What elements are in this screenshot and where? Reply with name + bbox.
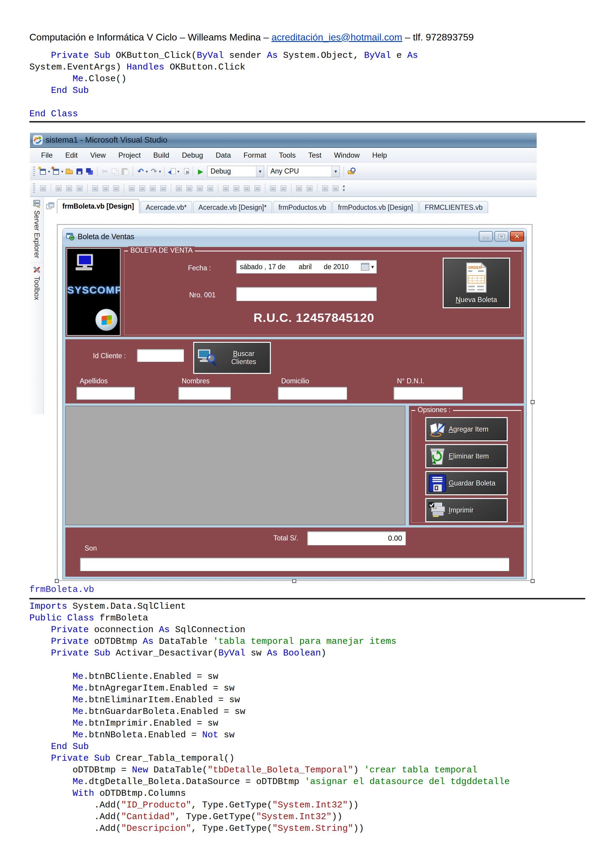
imprimir-button[interactable]: Imprimir — [426, 499, 507, 521]
resize-handle-bottom-left[interactable] — [55, 579, 59, 583]
add-item-icon[interactable]: ▾ — [51, 167, 64, 176]
open-file-icon[interactable] — [64, 167, 74, 176]
tab-frmpoductos-vb-design-[interactable]: frmPoductos.vb [Design] — [332, 201, 419, 213]
layout-tool-icon[interactable] — [321, 184, 330, 192]
vs-titlebar: sistema1 - Microsoft Visual Studio — [30, 133, 536, 148]
detalle-datagrid[interactable] — [65, 406, 405, 525]
menu-view[interactable]: View — [84, 149, 112, 161]
start-debug-icon[interactable] — [195, 167, 206, 176]
layout-tool-icon[interactable] — [54, 184, 63, 192]
new-project-icon[interactable]: ▾ — [38, 167, 51, 176]
layout-tool-icon[interactable] — [112, 184, 121, 192]
guardar-boleta-button[interactable]: Guardar Boleta — [426, 472, 507, 494]
resize-handle-right[interactable] — [531, 400, 535, 404]
menu-build[interactable]: Build — [147, 149, 175, 161]
code-line: Public Class frmBoleta — [29, 612, 510, 624]
layout-tool-icon[interactable] — [221, 184, 231, 192]
menu-format[interactable]: Format — [237, 149, 273, 161]
navigate-forward-icon[interactable] — [180, 167, 191, 176]
toolbar-separator — [87, 183, 88, 193]
menu-help[interactable]: Help — [366, 149, 393, 161]
menu-edit[interactable]: Edit — [59, 149, 84, 161]
form-designer-surface[interactable]: Boleta de Ventas ✕ — [44, 213, 536, 584]
save-all-icon[interactable] — [85, 167, 95, 176]
layout-tool-icon[interactable] — [232, 184, 241, 192]
save-icon[interactable] — [74, 167, 85, 176]
find-icon[interactable] — [346, 167, 357, 176]
menu-tools[interactable]: Tools — [273, 149, 302, 161]
eliminar-item-button[interactable]: Eliminar Item — [426, 445, 507, 467]
menu-data[interactable]: Data — [209, 149, 237, 161]
email-link[interactable]: acreditación_ies@hotmail.com — [271, 32, 402, 43]
domicilio-input[interactable] — [278, 387, 347, 400]
tab-frmpoductos-vb[interactable]: frmPoductos.vb — [273, 201, 332, 213]
form-titlebar[interactable]: Boleta de Ventas ✕ — [63, 228, 526, 245]
debug-config-combo[interactable]: Debug▼ — [207, 166, 264, 177]
cpu-platform-combo[interactable]: Any CPU▼ — [267, 166, 340, 177]
layout-tool-icon[interactable] — [148, 184, 157, 192]
total-label: Total S/. — [273, 534, 298, 542]
undo-icon[interactable]: ▾ — [135, 167, 149, 176]
menu-test[interactable]: Test — [302, 149, 328, 161]
code-line: Me.btnImprimir.Enabled = sw — [29, 718, 510, 729]
tab-acercade-vb-[interactable]: Acercade.vb* — [140, 201, 192, 213]
layout-tool-icon[interactable] — [75, 184, 84, 192]
paste-icon[interactable] — [120, 167, 130, 176]
resize-handle-bottom[interactable] — [292, 579, 296, 583]
layout-tool-icon[interactable] — [174, 184, 183, 192]
code-block-bottom: Imports System.Data.SqlClientPublic Clas… — [29, 601, 510, 834]
layout-tool-icon[interactable] — [39, 184, 48, 192]
close-button[interactable]: ✕ — [510, 231, 524, 242]
apellidos-input[interactable] — [76, 387, 135, 400]
toolbar-grip[interactable] — [33, 183, 35, 193]
layout-tool-icon[interactable] — [90, 184, 100, 192]
sidebar-tab-toolbox[interactable]: Toolbox — [30, 263, 43, 304]
id-cliente-input[interactable] — [137, 349, 184, 362]
layout-tool-icon[interactable] — [305, 184, 314, 192]
layout-tool-icon[interactable] — [101, 184, 110, 192]
tab-frmboleta-vb-design-[interactable]: frmBoleta.vb [Design] — [57, 199, 140, 213]
minimize-button[interactable] — [479, 231, 493, 242]
layout-tool-icon[interactable] — [195, 184, 205, 192]
resize-handle-bottom-right[interactable] — [531, 579, 535, 583]
redo-icon[interactable]: ▾ — [149, 167, 162, 176]
tab-frmclientes-vb[interactable]: FRMCLIENTES.vb — [419, 201, 488, 213]
nro-input[interactable] — [236, 287, 377, 301]
layout-tool-icon[interactable] — [185, 184, 194, 192]
cut-icon[interactable] — [100, 167, 110, 176]
sidebar-tab-server-explorer[interactable]: Server Explorer — [30, 197, 43, 263]
menu-project[interactable]: Project — [112, 149, 147, 161]
n-d-n-i--input[interactable] — [393, 387, 463, 400]
fecha-datepicker[interactable]: sábado , 17 de abril de 2010 ▼ — [236, 260, 377, 274]
toolbar-overflow-chevron[interactable]: ▾▾ — [343, 184, 345, 192]
code-line: End Sub — [29, 741, 510, 753]
menu-debug[interactable]: Debug — [176, 149, 209, 161]
layout-tool-icon[interactable] — [279, 184, 288, 192]
dropdown-arrow-icon[interactable]: ▼ — [370, 264, 375, 270]
layout-tool-icon[interactable] — [64, 184, 74, 192]
son-input[interactable] — [80, 558, 509, 571]
total-input[interactable]: 0.00 — [307, 531, 406, 546]
layout-tool-icon[interactable] — [331, 184, 340, 192]
layout-tool-icon[interactable] — [127, 184, 136, 192]
document-windows-icon — [46, 202, 54, 210]
toolbar-grip[interactable] — [33, 167, 35, 176]
copy-icon[interactable] — [110, 167, 120, 176]
maximize-button[interactable] — [495, 231, 509, 242]
layout-tool-icon[interactable] — [295, 184, 304, 192]
layout-tool-icon[interactable] — [268, 184, 278, 192]
layout-tool-icon[interactable] — [158, 184, 168, 192]
nombres-input[interactable] — [178, 387, 231, 400]
layout-tool-icon[interactable] — [242, 184, 251, 192]
layout-tool-icon[interactable] — [206, 184, 215, 192]
logo-text: SYSCOMP — [67, 284, 120, 296]
agregar-item-button[interactable]: Agregar Item — [426, 418, 507, 440]
nueva-boleta-button[interactable]: ORDER Nueva Boleta — [444, 259, 509, 307]
code-line: Imports System.Data.SqlClient — [29, 601, 510, 612]
menu-window[interactable]: Window — [328, 149, 366, 161]
layout-tool-icon[interactable] — [138, 184, 147, 192]
navigate-backward-icon[interactable]: ▾ — [167, 167, 180, 176]
layout-tool-icon[interactable] — [253, 184, 262, 192]
menu-file[interactable]: File — [35, 149, 59, 161]
tab-acercade-vb-design-[interactable]: Acercade.vb [Design]* — [193, 201, 272, 213]
